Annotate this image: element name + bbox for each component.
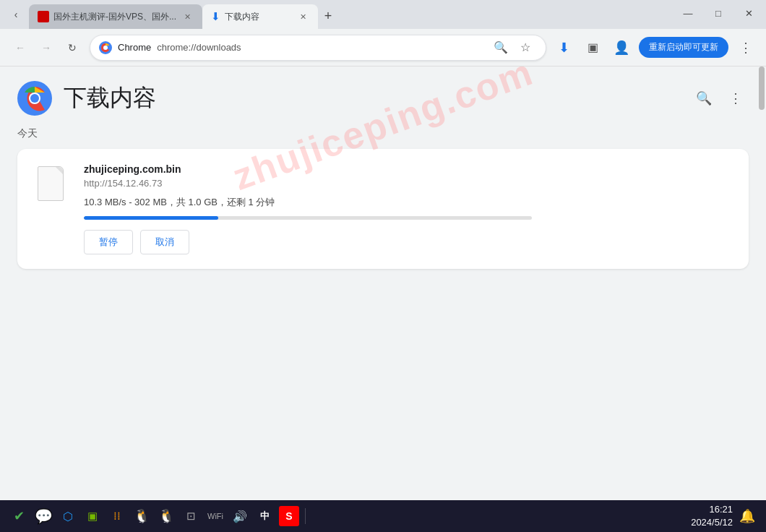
search-icon[interactable]: 🔍 xyxy=(489,36,512,59)
download-manager-icon[interactable]: ⬇ xyxy=(552,36,575,59)
extension-icon[interactable]: ▣ xyxy=(581,36,604,59)
forward-button[interactable]: → xyxy=(35,36,58,59)
back-button[interactable]: ← xyxy=(9,36,32,59)
file-icon xyxy=(38,166,66,204)
scrollbar-thumb[interactable] xyxy=(759,66,765,110)
penguin2-icon[interactable]: 🐧 xyxy=(156,506,176,526)
nav-buttons: ← → ↻ xyxy=(9,36,84,59)
menu-icon[interactable]: ⋮ xyxy=(734,36,757,59)
file-icon-wrap xyxy=(35,163,69,207)
progress-bar-fill xyxy=(84,216,218,220)
page-title: 下载内容 xyxy=(64,82,156,114)
file-name: zhujiceping.com.bin xyxy=(84,163,731,175)
toolbar: ← → ↻ Chrome chrome://downloads 🔍 ☆ ⬇ ▣ … xyxy=(0,29,766,66)
tabs-bar: 国外主机测评-国外VPS、国外... ✕ ⬇ 下载内容 ✕ + xyxy=(26,0,674,29)
apps-icon[interactable]: ⁞⁞ xyxy=(107,506,127,526)
tab-2[interactable]: ⬇ 下载内容 ✕ xyxy=(202,4,318,29)
sound-icon[interactable]: 🔊 xyxy=(230,506,250,526)
svg-point-1 xyxy=(103,46,108,50)
window-controls: — □ ✕ xyxy=(674,1,766,25)
close-button[interactable]: ✕ xyxy=(734,1,763,25)
downloads-list: 今天 zhujiceping.com.bin http://154.12.46.… xyxy=(0,127,766,500)
pause-button[interactable]: 暂停 xyxy=(84,230,133,254)
file-url: http://154.12.46.73 xyxy=(84,178,731,189)
tab2-title: 下载内容 xyxy=(225,11,292,23)
file-icon-body xyxy=(38,166,64,201)
chrome-logo-large xyxy=(17,81,52,116)
profile-icon[interactable]: 👤 xyxy=(610,36,633,59)
chrome-logo-small xyxy=(99,41,112,54)
section-today-label: 今天 xyxy=(17,127,749,140)
progress-bar-wrap xyxy=(84,216,532,220)
address-url: chrome://downloads xyxy=(157,42,483,53)
download-status: 10.3 MB/s - 302 MB，共 1.0 GB，还剩 1 分钟 xyxy=(84,196,731,209)
header-menu-icon[interactable]: ⋮ xyxy=(723,85,749,111)
wechat-icon[interactable]: 💬 xyxy=(33,506,53,526)
header-search-icon[interactable]: 🔍 xyxy=(691,85,717,111)
address-bar-icons: 🔍 ☆ xyxy=(489,36,537,59)
bookmark-icon[interactable]: ☆ xyxy=(514,36,537,59)
header-actions: 🔍 ⋮ xyxy=(691,85,749,111)
monitor-icon[interactable]: ⊡ xyxy=(181,506,201,526)
svg-point-4 xyxy=(30,94,39,103)
tab2-favicon: ⬇ xyxy=(211,10,220,23)
tab2-close[interactable]: ✕ xyxy=(296,10,309,23)
address-bar[interactable]: Chrome chrome://downloads 🔍 ☆ xyxy=(90,35,546,61)
notification-icon[interactable]: 🔔 xyxy=(737,506,757,526)
bluetooth-icon[interactable]: ⬡ xyxy=(58,506,78,526)
lang-icon[interactable]: 中 xyxy=(254,506,275,526)
taskbar-date-value: 2024/5/12 xyxy=(691,516,733,529)
nvidia-icon[interactable]: ▣ xyxy=(82,506,103,526)
download-card: zhujiceping.com.bin http://154.12.46.73 … xyxy=(17,149,749,269)
tab-1[interactable]: 国外主机测评-国外VPS、国外... ✕ xyxy=(29,4,202,29)
page-content: zhujiceping.com 下载内容 🔍 ⋮ 今天 xyxy=(0,66,766,500)
maximize-button[interactable]: □ xyxy=(704,1,733,25)
penguin-icon[interactable]: 🐧 xyxy=(132,506,152,526)
titlebar: ‹ 国外主机测评-国外VPS、国外... ✕ ⬇ 下载内容 ✕ + — □ ✕ xyxy=(0,0,766,29)
scrollbar[interactable] xyxy=(757,66,766,500)
taskbar: ✔ 💬 ⬡ ▣ ⁞⁞ 🐧 🐧 ⊡ WiFi 🔊 中 S 16:21 2024/5… xyxy=(0,500,766,532)
tab1-favicon xyxy=(38,11,49,22)
tab1-title: 国外主机测评-国外VPS、国外... xyxy=(53,11,176,23)
download-actions: 暂停 取消 xyxy=(84,230,731,254)
new-tab-button[interactable]: + xyxy=(318,6,338,26)
wifi-icon[interactable]: WiFi xyxy=(205,506,225,526)
tab-scroll-left[interactable]: ‹ xyxy=(6,4,26,25)
downloads-header: 下载内容 🔍 ⋮ xyxy=(0,66,766,127)
download-info: zhujiceping.com.bin http://154.12.46.73 … xyxy=(84,163,731,254)
sogou-icon[interactable]: S xyxy=(279,506,299,526)
taskbar-separator xyxy=(305,508,306,524)
reload-button[interactable]: ↻ xyxy=(61,36,84,59)
check-icon[interactable]: ✔ xyxy=(9,506,29,526)
taskbar-clock[interactable]: 16:21 2024/5/12 xyxy=(691,503,733,529)
address-brand: Chrome xyxy=(118,42,151,53)
minimize-button[interactable]: — xyxy=(674,1,702,25)
cancel-button[interactable]: 取消 xyxy=(140,230,189,254)
titlebar-left: ‹ xyxy=(0,4,26,25)
taskbar-time-value: 16:21 xyxy=(691,503,733,516)
update-button[interactable]: 重新启动即可更新 xyxy=(639,37,728,58)
tab1-close[interactable]: ✕ xyxy=(181,10,194,23)
file-icon-corner xyxy=(56,167,63,174)
